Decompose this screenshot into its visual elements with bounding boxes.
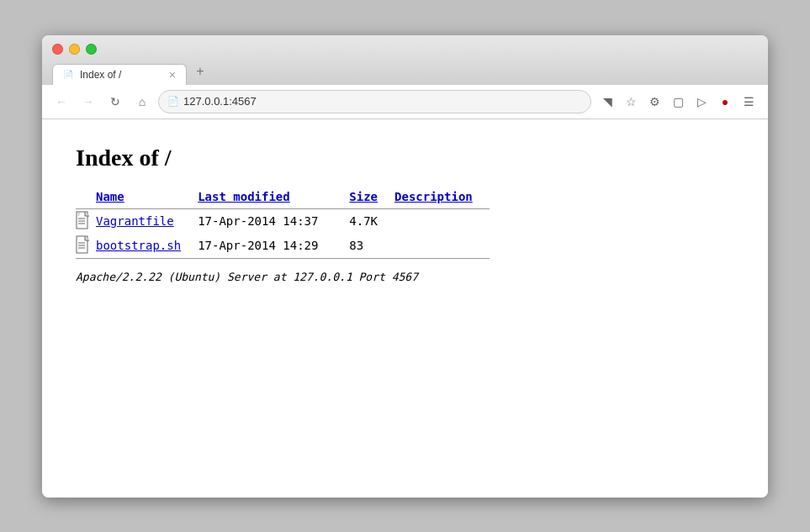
address-page-icon: 📄	[167, 96, 179, 107]
file-date-cell: 17-Apr-2014 14:29	[198, 234, 349, 259]
file-date-cell: 17-Apr-2014 14:37	[198, 208, 349, 234]
home-button[interactable]: ⌂	[131, 91, 153, 113]
table-row: bootstrap.sh 17-Apr-2014 14:29 83	[76, 234, 490, 259]
reload-icon: ↻	[110, 95, 120, 108]
file-desc-cell	[394, 234, 490, 259]
home-icon: ⌂	[139, 95, 146, 108]
file-name-cell[interactable]: bootstrap.sh	[96, 234, 198, 259]
bookmark-button[interactable]: ☆	[620, 91, 642, 113]
server-footer: Apache/2.2.22 (Ubuntu) Server at 127.0.0…	[76, 271, 734, 283]
browser-window: 📄 Index of / × + ← → ↻ ⌂ 📄 ◥	[42, 35, 768, 498]
date-sort-link[interactable]: Last modified	[198, 190, 290, 203]
footer-separator	[76, 258, 490, 262]
tab-close-icon[interactable]: ×	[169, 69, 176, 81]
address-bar-container: 📄	[158, 90, 591, 113]
toolbar-icons: ◥ ☆ ⚙ ▢ ▷ ● ☰	[596, 91, 760, 113]
active-tab[interactable]: 📄 Index of / ×	[52, 64, 187, 85]
col-size-header[interactable]: Size	[349, 188, 394, 205]
size-sort-link[interactable]: Size	[349, 190, 378, 203]
star-icon: ☆	[626, 95, 637, 108]
minimize-button[interactable]	[69, 44, 80, 55]
new-tab-button[interactable]: +	[188, 61, 212, 85]
title-bar: 📄 Index of / × +	[42, 35, 768, 85]
page-content: Index of / Name Last modified Size Descr…	[42, 119, 768, 498]
address-bar[interactable]	[183, 95, 582, 108]
traffic-lights	[52, 44, 758, 55]
col-icon-header	[76, 188, 96, 205]
page-title: Index of /	[76, 145, 734, 171]
tab-label: Index of /	[80, 69, 162, 81]
name-sort-link[interactable]: Name	[96, 190, 124, 203]
stop-icon: ●	[722, 95, 728, 108]
table-row: ? Vagrantfile 17-Apr-2014 14:37 4.7K	[76, 208, 490, 234]
tabs-row: 📄 Index of / × +	[52, 61, 758, 85]
pocket-icon: ▢	[673, 95, 684, 108]
close-button[interactable]	[52, 44, 63, 55]
svg-text:?: ?	[77, 212, 80, 217]
maximize-button[interactable]	[86, 44, 97, 55]
file-name-cell[interactable]: Vagrantfile	[96, 208, 198, 234]
forward-button[interactable]: →	[77, 91, 99, 113]
forward-icon: →	[82, 95, 94, 108]
reload-button[interactable]: ↻	[104, 91, 126, 113]
tab-favicon-icon: 📄	[63, 70, 73, 79]
desc-sort-link[interactable]: Description	[394, 190, 473, 203]
duplicate-tab-button[interactable]: ◥	[596, 91, 618, 113]
file-size-cell: 83	[349, 234, 394, 259]
col-date-header[interactable]: Last modified	[198, 188, 349, 205]
file-icon-cell: ?	[76, 208, 96, 234]
file-link[interactable]: bootstrap.sh	[96, 239, 181, 252]
file-size-cell: 4.7K	[349, 208, 394, 234]
stop-button[interactable]: ●	[714, 91, 736, 113]
back-icon: ←	[56, 95, 67, 108]
file-table: Name Last modified Size Description	[76, 188, 490, 262]
toolbar: ← → ↻ ⌂ 📄 ◥ ☆ ⚙ ▢	[42, 85, 768, 119]
menu-icon: ☰	[744, 95, 754, 108]
menu-button[interactable]: ☰	[738, 91, 760, 113]
file-icon-cell	[76, 234, 96, 259]
duplicate-icon: ◥	[603, 95, 612, 108]
reader-button[interactable]: ▷	[691, 91, 712, 113]
pocket-button[interactable]: ▢	[667, 91, 689, 113]
file-desc-cell	[394, 208, 490, 234]
file-link[interactable]: Vagrantfile	[96, 214, 174, 228]
reader-icon: ▷	[697, 95, 707, 108]
settings-button[interactable]: ⚙	[643, 91, 665, 113]
col-desc-header[interactable]: Description	[394, 188, 490, 205]
back-button[interactable]: ←	[50, 91, 72, 113]
col-name-header[interactable]: Name	[96, 188, 198, 205]
gear-icon: ⚙	[649, 95, 660, 108]
